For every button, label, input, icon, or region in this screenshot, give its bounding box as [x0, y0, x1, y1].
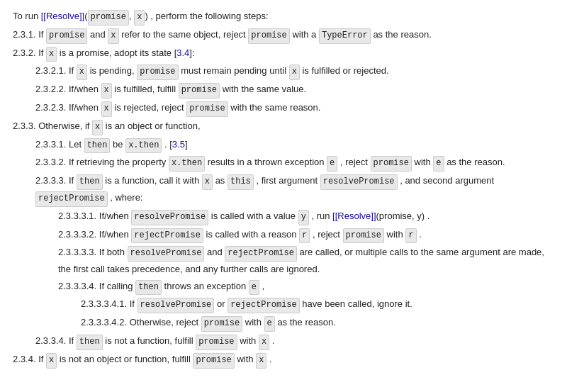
code-x2: x — [256, 353, 266, 369]
code-resolve-promise: resolvePromise — [137, 298, 215, 313]
code-reject-promise: rejectPromise — [131, 228, 203, 244]
item-2-3-1: 2.3.1. If promise and x refer to the sam… — [13, 27, 551, 44]
item-2-3-3-1: 2.3.3.1. Let then be x.then . [3.5] — [13, 137, 551, 154]
item-2-3-4: 2.3.4. If x is not an object or function… — [13, 352, 551, 369]
intro-text: To run [[Resolve]](promise, x) , perform… — [13, 9, 551, 26]
promise-arg: promise — [88, 10, 129, 26]
code-promise2: promise — [248, 28, 289, 44]
item-2-3-2-3: 2.3.2.3. If/when x is rejected, reject p… — [13, 100, 551, 117]
code-promise: promise — [371, 156, 412, 172]
code-x: x — [46, 353, 57, 369]
code-then: then — [135, 280, 162, 296]
code-x: x — [101, 83, 112, 99]
code-promise: promise — [196, 335, 237, 350]
code-r2: r — [405, 228, 416, 244]
item-2-3-3: 2.3.3. Otherwise, if x is an object or f… — [13, 118, 551, 135]
item-2-3-2: 2.3.2. If x is a promise, adopt its stat… — [13, 45, 551, 62]
item-2-3-3-3-4-1: 2.3.3.3.4.1. If resolvePromise or reject… — [13, 296, 551, 313]
code-x: x — [101, 101, 112, 117]
code-x: x — [202, 174, 213, 190]
item-2-3-2-2: 2.3.2.2. If/when x is fulfilled, fulfill… — [13, 82, 551, 99]
link-3-5[interactable]: 3.5 — [172, 139, 185, 150]
code-then: then — [77, 335, 103, 350]
main-content: To run [[Resolve]](promise, x) , perform… — [13, 9, 551, 369]
resolve-link-2[interactable]: [[Resolve]] — [332, 211, 376, 221]
code-x-then: x.then — [125, 138, 162, 154]
resolve-link[interactable]: [[Resolve]] — [41, 11, 84, 21]
code-x: x — [259, 335, 269, 350]
code-promise: promise — [46, 28, 87, 44]
item-2-3-3-3-4-2: 2.3.3.3.4.2. Otherwise, reject promise w… — [13, 315, 551, 332]
code-promise: promise — [179, 83, 220, 99]
code-then: then — [84, 138, 111, 154]
code-x: x — [46, 47, 57, 62]
code-typeerror: TypeError — [319, 28, 371, 44]
code-reject-promise: rejectPromise — [35, 191, 108, 207]
code-reject-promise: rejectPromise — [228, 298, 300, 313]
item-2-3-3-3-3: 2.3.3.3.3. If both resolvePromise and re… — [13, 245, 551, 276]
code-resolve-promise: resolvePromise — [128, 246, 205, 262]
item-2-3-3-3-2: 2.3.3.3.2. If/when rejectPromise is call… — [13, 227, 551, 244]
code-x: x — [108, 28, 118, 44]
code-promise: promise — [137, 65, 178, 80]
code-this: this — [228, 174, 254, 190]
code-x: x — [77, 65, 87, 80]
code-y: y — [298, 210, 309, 225]
code-e: e — [327, 156, 337, 172]
code-promise: promise — [193, 353, 234, 369]
code-promise: promise — [343, 228, 384, 244]
item-2-3-3-3-4: 2.3.3.3.4. If calling then throws an exc… — [13, 279, 551, 296]
item-2-3-2-1: 2.3.2.1. If x is pending, promise must r… — [13, 63, 551, 80]
item-2-3-3-3-1: 2.3.3.3.1. If/when resolvePromise is cal… — [13, 208, 551, 225]
code-e2: e — [433, 156, 444, 172]
code-then: then — [77, 174, 103, 190]
code-promise: promise — [186, 101, 228, 117]
code-e: e — [249, 280, 259, 296]
code-r: r — [299, 228, 310, 244]
x-arg: x — [134, 10, 145, 26]
code-x2: x — [289, 65, 300, 80]
code-promise: promise — [201, 316, 242, 332]
code-reject-promise: rejectPromise — [225, 246, 297, 262]
code-e: e — [264, 316, 275, 332]
code-x: x — [92, 120, 103, 135]
link-3-4[interactable]: 3.4 — [176, 47, 189, 58]
code-resolve-promise: resolvePromise — [131, 210, 208, 225]
code-resolve-promise: resolvePromise — [320, 174, 398, 190]
item-2-3-3-4: 2.3.3.4. If then is not a function, fulf… — [13, 333, 551, 350]
item-2-3-3-2: 2.3.3.2. If retrieving the property x.th… — [13, 155, 551, 172]
item-2-3-3-3: 2.3.3.3. If then is a function, call it … — [13, 173, 551, 207]
code-x-then: x.then — [169, 156, 205, 172]
